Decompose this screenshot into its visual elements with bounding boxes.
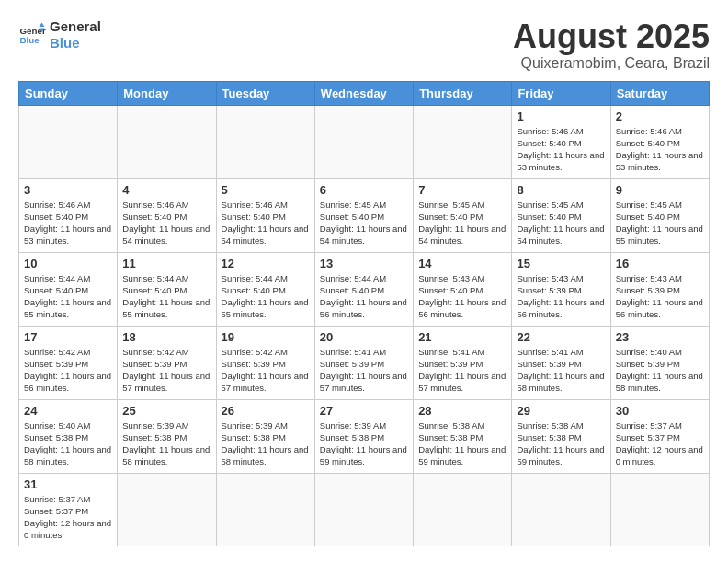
svg-marker-2	[40, 23, 45, 28]
calendar-cell-empty-2	[216, 105, 314, 178]
calendar-cell-9: 9Sunrise: 5:45 AM Sunset: 5:40 PM Daylig…	[610, 178, 709, 252]
calendar-cell-17: 17Sunrise: 5:42 AM Sunset: 5:39 PM Dayli…	[19, 326, 118, 399]
cell-info: Sunrise: 5:46 AM Sunset: 5:40 PM Dayligh…	[616, 125, 704, 174]
calendar-cell-empty-6	[610, 473, 709, 546]
day-number: 7	[418, 183, 506, 197]
calendar-cell-15: 15Sunrise: 5:43 AM Sunset: 5:39 PM Dayli…	[512, 252, 610, 326]
day-number: 10	[24, 257, 112, 270]
day-header-saturday: Saturday	[610, 81, 709, 105]
calendar-subtitle: Quixeramobim, Ceara, Brazil	[513, 55, 710, 72]
day-number: 13	[320, 257, 408, 270]
calendar-cell-5: 5Sunrise: 5:46 AM Sunset: 5:40 PM Daylig…	[216, 178, 314, 252]
calendar-cell-25: 25Sunrise: 5:39 AM Sunset: 5:38 PM Dayli…	[118, 399, 216, 473]
cell-info: Sunrise: 5:41 AM Sunset: 5:39 PM Dayligh…	[517, 346, 605, 395]
week-row-3: 10Sunrise: 5:44 AM Sunset: 5:40 PM Dayli…	[19, 252, 710, 326]
calendar-cell-8: 8Sunrise: 5:45 AM Sunset: 5:40 PM Daylig…	[512, 178, 610, 252]
calendar-cell-2: 2Sunrise: 5:46 AM Sunset: 5:40 PM Daylig…	[610, 105, 709, 178]
cell-info: Sunrise: 5:44 AM Sunset: 5:40 PM Dayligh…	[24, 272, 112, 321]
day-number: 28	[418, 404, 506, 418]
cell-info: Sunrise: 5:42 AM Sunset: 5:39 PM Dayligh…	[222, 346, 310, 395]
calendar-cell-empty-0	[19, 105, 118, 178]
calendar-cell-19: 19Sunrise: 5:42 AM Sunset: 5:39 PM Dayli…	[216, 326, 314, 399]
cell-info: Sunrise: 5:39 AM Sunset: 5:38 PM Dayligh…	[320, 419, 408, 468]
cell-info: Sunrise: 5:39 AM Sunset: 5:38 PM Dayligh…	[122, 419, 210, 468]
calendar-cell-16: 16Sunrise: 5:43 AM Sunset: 5:39 PM Dayli…	[610, 252, 709, 326]
day-number: 21	[418, 330, 506, 344]
svg-text:Blue: Blue	[20, 35, 40, 45]
cell-info: Sunrise: 5:40 AM Sunset: 5:39 PM Dayligh…	[616, 346, 704, 395]
calendar-cell-10: 10Sunrise: 5:44 AM Sunset: 5:40 PM Dayli…	[19, 252, 118, 326]
calendar-cell-23: 23Sunrise: 5:40 AM Sunset: 5:39 PM Dayli…	[610, 326, 709, 399]
calendar-cell-22: 22Sunrise: 5:41 AM Sunset: 5:39 PM Dayli…	[512, 326, 610, 399]
day-number: 24	[24, 404, 112, 418]
day-header-sunday: Sunday	[19, 81, 118, 105]
day-number: 9	[616, 183, 704, 197]
cell-info: Sunrise: 5:46 AM Sunset: 5:40 PM Dayligh…	[222, 199, 310, 247]
day-number: 23	[616, 330, 704, 344]
day-header-tuesday: Tuesday	[216, 81, 314, 105]
day-number: 6	[320, 183, 408, 197]
cell-info: Sunrise: 5:43 AM Sunset: 5:39 PM Dayligh…	[616, 272, 704, 321]
week-row-1: 1Sunrise: 5:46 AM Sunset: 5:40 PM Daylig…	[19, 105, 710, 178]
day-header-friday: Friday	[512, 81, 610, 105]
day-number: 22	[517, 330, 605, 344]
logo-icon: General Blue	[18, 21, 46, 49]
cell-info: Sunrise: 5:46 AM Sunset: 5:40 PM Dayligh…	[122, 199, 210, 247]
day-number: 3	[24, 183, 112, 197]
calendar-table: SundayMondayTuesdayWednesdayThursdayFrid…	[18, 81, 710, 546]
day-header-wednesday: Wednesday	[314, 81, 413, 105]
days-header-row: SundayMondayTuesdayWednesdayThursdayFrid…	[19, 81, 710, 105]
cell-info: Sunrise: 5:37 AM Sunset: 5:37 PM Dayligh…	[616, 419, 704, 468]
cell-info: Sunrise: 5:45 AM Sunset: 5:40 PM Dayligh…	[517, 199, 605, 247]
calendar-cell-empty-1	[118, 105, 216, 178]
cell-info: Sunrise: 5:42 AM Sunset: 5:39 PM Dayligh…	[24, 346, 112, 395]
cell-info: Sunrise: 5:38 AM Sunset: 5:38 PM Dayligh…	[517, 419, 605, 468]
day-number: 16	[616, 257, 704, 270]
day-number: 27	[320, 404, 408, 418]
cell-info: Sunrise: 5:46 AM Sunset: 5:40 PM Dayligh…	[24, 199, 112, 247]
calendar-cell-26: 26Sunrise: 5:39 AM Sunset: 5:38 PM Dayli…	[216, 399, 314, 473]
calendar-cell-31: 31Sunrise: 5:37 AM Sunset: 5:37 PM Dayli…	[19, 473, 118, 546]
day-number: 12	[222, 257, 310, 270]
cell-info: Sunrise: 5:44 AM Sunset: 5:40 PM Dayligh…	[122, 272, 210, 321]
cell-info: Sunrise: 5:45 AM Sunset: 5:40 PM Dayligh…	[418, 199, 506, 247]
day-number: 1	[517, 109, 605, 123]
day-number: 19	[222, 330, 310, 344]
cell-info: Sunrise: 5:43 AM Sunset: 5:39 PM Dayligh…	[517, 272, 605, 321]
day-header-monday: Monday	[118, 81, 216, 105]
calendar-cell-14: 14Sunrise: 5:43 AM Sunset: 5:40 PM Dayli…	[414, 252, 512, 326]
cell-info: Sunrise: 5:44 AM Sunset: 5:40 PM Dayligh…	[320, 272, 408, 321]
day-number: 25	[122, 404, 210, 418]
calendar-cell-empty-3	[314, 105, 413, 178]
calendar-cell-6: 6Sunrise: 5:45 AM Sunset: 5:40 PM Daylig…	[314, 178, 413, 252]
cell-info: Sunrise: 5:46 AM Sunset: 5:40 PM Dayligh…	[517, 125, 605, 174]
logo-blue: Blue	[50, 35, 101, 52]
week-row-2: 3Sunrise: 5:46 AM Sunset: 5:40 PM Daylig…	[19, 178, 710, 252]
cell-info: Sunrise: 5:39 AM Sunset: 5:38 PM Dayligh…	[222, 419, 310, 468]
page-header: General Blue General Blue August 2025 Qu…	[18, 18, 710, 72]
day-number: 11	[122, 257, 210, 270]
calendar-cell-4: 4Sunrise: 5:46 AM Sunset: 5:40 PM Daylig…	[118, 178, 216, 252]
calendar-cell-21: 21Sunrise: 5:41 AM Sunset: 5:39 PM Dayli…	[414, 326, 512, 399]
calendar-cell-empty-4	[414, 105, 512, 178]
day-number: 2	[616, 109, 704, 123]
week-row-6: 31Sunrise: 5:37 AM Sunset: 5:37 PM Dayli…	[19, 473, 710, 546]
calendar-cell-29: 29Sunrise: 5:38 AM Sunset: 5:38 PM Dayli…	[512, 399, 610, 473]
calendar-cell-3: 3Sunrise: 5:46 AM Sunset: 5:40 PM Daylig…	[19, 178, 118, 252]
day-number: 4	[122, 183, 210, 197]
calendar-cell-empty-2	[216, 473, 314, 546]
calendar-cell-1: 1Sunrise: 5:46 AM Sunset: 5:40 PM Daylig…	[512, 105, 610, 178]
calendar-cell-empty-3	[314, 473, 413, 546]
cell-info: Sunrise: 5:38 AM Sunset: 5:38 PM Dayligh…	[418, 419, 506, 468]
cell-info: Sunrise: 5:45 AM Sunset: 5:40 PM Dayligh…	[616, 199, 704, 247]
cell-info: Sunrise: 5:41 AM Sunset: 5:39 PM Dayligh…	[320, 346, 408, 395]
calendar-cell-20: 20Sunrise: 5:41 AM Sunset: 5:39 PM Dayli…	[314, 326, 413, 399]
calendar-title: August 2025	[513, 18, 710, 55]
calendar-cell-30: 30Sunrise: 5:37 AM Sunset: 5:37 PM Dayli…	[610, 399, 709, 473]
day-number: 15	[517, 257, 605, 270]
logo-general: General	[50, 18, 101, 35]
day-number: 17	[24, 330, 112, 344]
calendar-cell-28: 28Sunrise: 5:38 AM Sunset: 5:38 PM Dayli…	[414, 399, 512, 473]
cell-info: Sunrise: 5:42 AM Sunset: 5:39 PM Dayligh…	[122, 346, 210, 395]
day-number: 20	[320, 330, 408, 344]
